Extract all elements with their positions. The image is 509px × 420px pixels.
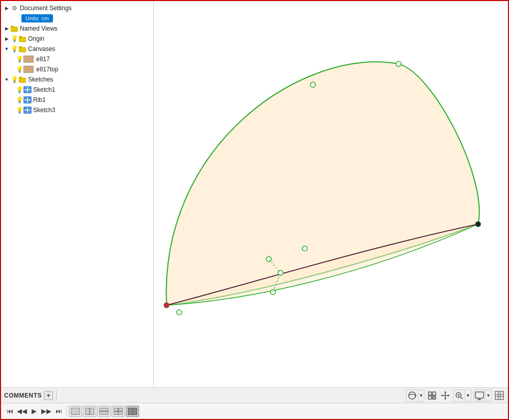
gear-icon: ⚙ [10,4,18,12]
bulb-icon-origin: 💡 [10,35,18,43]
bulb-icon-sketch3: 💡 [15,106,23,114]
svg-rect-7 [19,77,22,78]
sidebar-item-origin[interactable]: 💡 Origin [1,34,153,44]
home-view-icon[interactable] [426,390,438,401]
canvas-thumb-e817 [23,56,34,63]
skip-back-button[interactable]: ⏮ [4,406,15,417]
orbit-icon[interactable] [407,390,418,401]
add-comment-button[interactable]: + [44,391,53,400]
folder-icon-canvases [18,45,26,53]
svg-rect-31 [475,392,484,398]
grid-icon[interactable] [494,390,505,401]
playback-divider [66,406,67,416]
svg-rect-43 [90,408,94,414]
svg-marker-26 [448,395,450,397]
svg-rect-50 [114,412,118,414]
named-views-label: Named Views [20,25,58,32]
sketches-label: Sketches [28,76,53,83]
bottom-bar: COMMENTS + ▼ ▼ [1,387,508,403]
display-dropdown-icon[interactable]: ▼ [485,390,491,401]
svg-rect-45 [100,408,108,411]
sidebar-item-sketches[interactable]: 💡 Sketches [1,74,153,85]
svg-rect-1 [11,26,14,28]
document-settings-label: Document Settings [20,5,71,12]
rib1-label: Rib1 [33,96,46,103]
svg-marker-24 [444,398,446,400]
main-area: ⚙ Document Settings Units: cm Named View… [1,1,508,387]
svg-rect-46 [100,412,108,414]
sidebar-item-canvases[interactable]: 💡 Canvases [1,44,153,54]
bulb-icon-sketch1: 💡 [15,86,23,94]
sketch-icon-sketch3 [23,106,32,114]
bottom-right-icons: ▼ ▼ ▼ [406,389,505,402]
sidebar-item-e817[interactable]: 💡 e817 [1,54,153,64]
play-button[interactable]: ▶ [29,406,40,417]
sidebar: ⚙ Document Settings Units: cm Named View… [1,1,154,387]
svg-rect-51 [119,412,122,414]
e817-label: e817 [36,56,50,63]
bulb-icon-rib1: 💡 [15,96,23,104]
media-btn-5[interactable] [126,406,139,417]
arrow-sketches [3,76,10,83]
arrow-canvases [3,45,10,52]
display-group: ▼ [473,389,492,402]
media-btn-2[interactable] [83,406,96,417]
svg-rect-49 [119,408,122,411]
canvases-label: Canvases [28,45,55,52]
pan-icon[interactable] [440,390,451,401]
sidebar-item-named-views[interactable]: Named Views [1,23,153,34]
svg-rect-21 [428,396,432,399]
arrow-document-settings [3,5,10,12]
svg-rect-48 [114,408,118,411]
sidebar-item-sketch3[interactable]: 💡 Sketch3 [1,105,153,115]
e817top-label: e817top [36,66,58,73]
bulb-icon-e817: 💡 [15,55,23,63]
svg-rect-34 [495,391,503,400]
svg-rect-5 [19,46,22,48]
svg-line-28 [461,397,463,399]
svg-rect-40 [71,408,79,414]
bulb-icon-e817top: 💡 [15,65,23,73]
sidebar-item-document-settings[interactable]: ⚙ Document Settings [1,3,153,13]
step-back-button[interactable]: ◀◀ [16,406,28,417]
origin-label: Origin [28,35,44,42]
units-button[interactable]: Units: cm [21,14,53,22]
zoom-dropdown-icon[interactable]: ▼ [465,390,471,401]
svg-rect-20 [433,392,436,395]
folder-icon-origin [18,35,26,43]
media-btn-3[interactable] [97,406,111,417]
sidebar-item-e817top[interactable]: 💡 e817top [1,64,153,74]
arrow-units [13,15,20,22]
sidebar-item-rib1[interactable]: 💡 Rib1 [1,95,153,105]
svg-rect-3 [19,36,22,38]
svg-rect-42 [86,408,89,414]
sketch-icon-rib1 [23,96,32,104]
orbit-dropdown-icon[interactable]: ▼ [418,390,424,401]
bulb-icon-canvases: 💡 [10,45,18,53]
bottom-bar-divider [56,390,57,401]
display-settings-icon[interactable] [474,390,485,401]
arrow-origin [3,35,10,42]
app-container: ⚙ Document Settings Units: cm Named View… [1,1,508,419]
zoom-group: ▼ [453,389,471,402]
sketch1-label: Sketch1 [33,86,55,93]
playback-bar: ⏮ ◀◀ ▶ ▶▶ ⏭ [1,403,508,419]
media-btn-1[interactable] [69,406,82,417]
sidebar-item-sketch1[interactable]: 💡 Sketch1 [1,85,153,95]
svg-rect-19 [428,392,432,395]
sidebar-item-units[interactable]: Units: cm [1,13,153,23]
zoom-icon[interactable] [453,390,465,401]
step-forward-button[interactable]: ▶▶ [41,406,52,417]
sketch-viewport[interactable] [154,1,508,387]
orbit-group: ▼ [406,389,424,402]
svg-marker-23 [444,391,446,393]
canvas-area[interactable] [154,1,508,387]
skip-forward-button[interactable]: ⏭ [53,406,64,417]
canvas-thumb-e817top [23,66,34,73]
sketch-icon-sketch1 [23,86,32,94]
comments-label: COMMENTS [4,392,42,399]
bulb-icon-sketches: 💡 [10,75,18,84]
folder-icon-named-views [10,24,18,33]
media-btn-4[interactable] [112,406,125,417]
sketch3-label: Sketch3 [33,107,55,114]
